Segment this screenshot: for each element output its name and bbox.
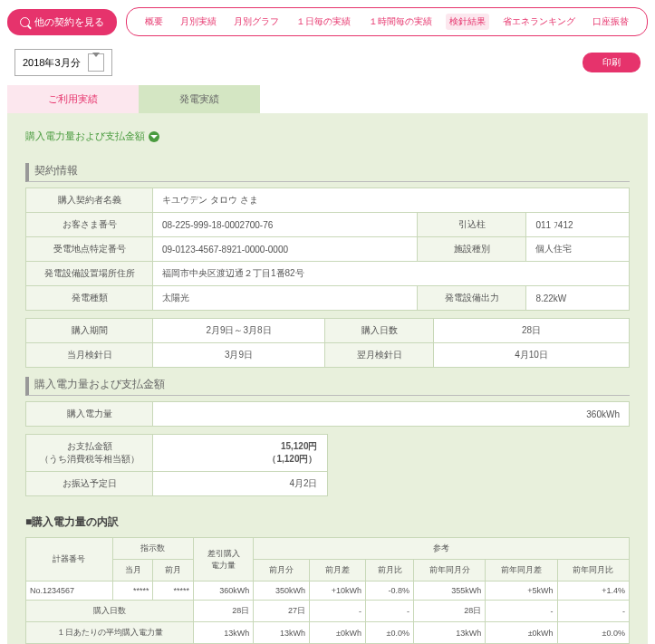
amount-value: 360kWh xyxy=(153,402,630,427)
read-value: 3月9日 xyxy=(153,343,325,368)
page-link-title[interactable]: 購入電力量および支払金額 xyxy=(25,130,159,143)
addr-value: 福岡市中央区渡辺通２丁目1番82号 xyxy=(153,262,630,286)
search-icon xyxy=(20,17,30,27)
h-lastyearratio: 前年同月比 xyxy=(557,560,629,582)
h-ref: 参考 xyxy=(254,538,630,560)
cust-value: 08-225-999-18-0002700-76 xyxy=(153,213,418,237)
cur-v: ***** xyxy=(112,582,153,601)
gentype-label: 発電種類 xyxy=(26,286,153,311)
month-dropdown[interactable]: 2018年3月分 xyxy=(14,49,112,76)
dash1: - xyxy=(309,601,365,622)
h-reading: 指示数 xyxy=(112,538,193,560)
nav-monthly-graph[interactable]: 月別グラフ xyxy=(230,14,283,30)
prevdiff-v: +10kWh xyxy=(309,582,365,601)
bd-avg-label: １日あたりの平均購入電力量 xyxy=(26,622,194,644)
nav-meter-result[interactable]: 検針結果 xyxy=(446,14,489,30)
link-title-text: 購入電力量および支払金額 xyxy=(25,130,145,143)
section-purchase-title: 購入電力量および支払金額 xyxy=(25,377,630,396)
content-area: 購入電力量および支払金額 契約情報 購入契約者名義 キユウデン タロウ さま お… xyxy=(7,113,648,644)
breakdown-table: 計器番号 指示数 差引購入電力量 参考 当月 前月 前月分 前月差 前月比 前年… xyxy=(25,537,630,644)
nav-ranking[interactable]: 省エネランキング xyxy=(499,14,579,30)
next-label: 翌月検針日 xyxy=(325,343,434,368)
addr-label: 発電設備設置場所住所 xyxy=(26,262,153,286)
sub-tabs: ご利用実績 発電実績 xyxy=(7,85,648,113)
dash4: - xyxy=(557,601,629,622)
arrow-down-icon xyxy=(149,131,159,142)
print-button[interactable]: 印刷 xyxy=(583,53,641,72)
prevm-v: 350kWh xyxy=(254,582,310,601)
breakdown-title: ■購入電力量の内訳 xyxy=(25,514,630,530)
tab-usage[interactable]: ご利用実績 xyxy=(7,85,139,113)
transfer-value: 4月2日 xyxy=(153,472,328,496)
tab-generation[interactable]: 発電実績 xyxy=(139,85,260,113)
period-table: 購入期間 2月9日～3月8日 購入日数 28日 当月検針日 3月9日 翌月検針日… xyxy=(25,318,630,368)
point-label: 受電地点特定番号 xyxy=(26,237,153,262)
pay-value: 15,120円 （1,120円） xyxy=(153,435,328,472)
bd-days-cur: 28日 xyxy=(194,601,254,622)
lastyeardiff-v: +5kWh xyxy=(486,582,557,601)
period-label: 購入期間 xyxy=(26,319,153,343)
h-prevm: 前月分 xyxy=(254,560,310,582)
transfer-label: お振込予定日 xyxy=(26,472,153,496)
read-label: 当月検針日 xyxy=(26,343,153,368)
h-lastyear: 前年同月分 xyxy=(413,560,485,582)
month-value: 2018年3月分 xyxy=(23,56,81,70)
days-value: 28日 xyxy=(434,319,630,343)
bd-avg-lydiff: ±0kWh xyxy=(486,622,557,644)
name-value: キユウデン タロウ さま xyxy=(153,188,630,213)
h-lastyeardiff: 前年同月差 xyxy=(486,560,557,582)
factype-value: 個人住宅 xyxy=(526,237,630,262)
nav-hourly[interactable]: １時間毎の実績 xyxy=(365,14,436,30)
bd-avg-lyratio: ±0.0% xyxy=(557,622,629,644)
nav-daily[interactable]: １日毎の実績 xyxy=(293,14,354,30)
h-prevdiff: 前月差 xyxy=(309,560,365,582)
nav-monthly[interactable]: 月別実績 xyxy=(177,14,220,30)
lastyearratio-v: +1.4% xyxy=(557,582,629,601)
output-label: 発電設備出力 xyxy=(418,286,526,311)
bd-avg-ratio: ±0.0% xyxy=(366,622,414,644)
bd-avg-prev: 13kWh xyxy=(254,622,310,644)
point-value: 09-0123-4567-8921-0000-0000 xyxy=(153,237,418,262)
prevratio-v: -0.8% xyxy=(366,582,414,601)
nav-account[interactable]: 口座振替 xyxy=(589,14,632,30)
h-meter: 計器番号 xyxy=(26,538,113,582)
purchase-amount-table: 購入電力量 360kWh xyxy=(25,401,630,427)
diff-v: 360kWh xyxy=(194,582,254,601)
cust-label: お客さま番号 xyxy=(26,213,153,237)
payment-table: お支払金額 （うち消費税等相当額） 15,120円 （1,120円） お振込予定… xyxy=(25,434,328,496)
section-contract-title: 契約情報 xyxy=(25,163,630,182)
next-value: 4月10日 xyxy=(434,343,630,368)
contract-btn-label: 他の契約を見る xyxy=(34,15,104,29)
dash2: - xyxy=(366,601,414,622)
output-value: 8.22kW xyxy=(526,286,630,311)
prev-v: ***** xyxy=(153,582,194,601)
dash3: - xyxy=(486,601,557,622)
gentype-value: 太陽光 xyxy=(153,286,418,311)
chevron-down-icon xyxy=(88,53,104,72)
lastyear-v: 355kWh xyxy=(413,582,485,601)
bd-avg-ly: 13kWh xyxy=(413,622,485,644)
bd-avg-diff: ±0kWh xyxy=(309,622,365,644)
period-value: 2月9日～3月8日 xyxy=(153,319,325,343)
bd-days-label: 購入日数 xyxy=(26,601,194,622)
nav-tabs: 概要 月別実績 月別グラフ １日毎の実績 １時間毎の実績 検針結果 省エネランキ… xyxy=(126,7,648,36)
factype-label: 施設種別 xyxy=(418,237,526,262)
bd-days-ly: 28日 xyxy=(413,601,485,622)
h-prevratio: 前月比 xyxy=(366,560,414,582)
h-prev: 前月 xyxy=(153,560,194,582)
pole-value: 011 ﾌ412 xyxy=(526,213,630,237)
other-contracts-button[interactable]: 他の契約を見る xyxy=(7,9,117,35)
contract-table: 購入契約者名義 キユウデン タロウ さま お客さま番号 08-225-999-1… xyxy=(25,187,630,311)
days-label: 購入日数 xyxy=(325,319,434,343)
meter-no: No.1234567 xyxy=(26,582,113,601)
amount-label: 購入電力量 xyxy=(26,402,153,427)
bd-avg-cur: 13kWh xyxy=(194,622,254,644)
h-cur: 当月 xyxy=(112,560,153,582)
h-diff: 差引購入電力量 xyxy=(194,538,254,582)
name-label: 購入契約者名義 xyxy=(26,188,153,213)
nav-overview[interactable]: 概要 xyxy=(141,14,167,30)
pay-label: お支払金額 （うち消費税等相当額） xyxy=(26,435,153,472)
bd-days-prev: 27日 xyxy=(254,601,310,622)
pole-label: 引込柱 xyxy=(418,213,526,237)
